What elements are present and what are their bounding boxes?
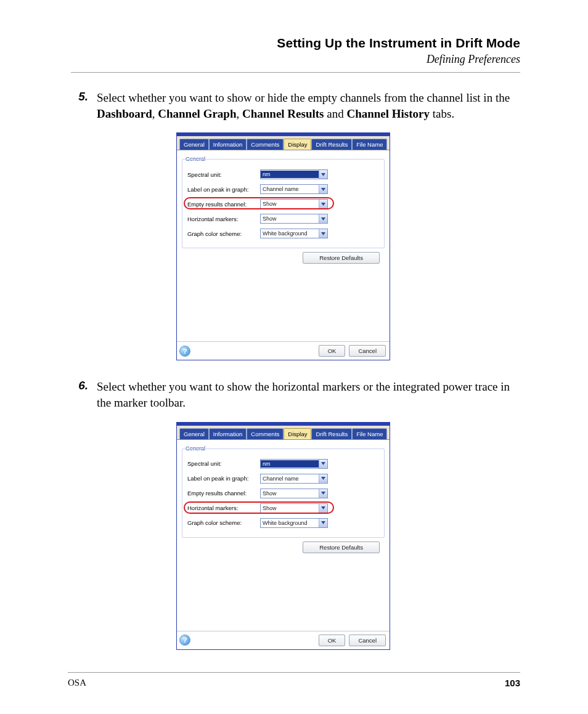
- page-number: 103: [505, 678, 520, 688]
- text: Select whether you want to show or hide …: [97, 91, 510, 104]
- help-icon[interactable]: [179, 346, 190, 357]
- label-horizontal-markers: Horizontal markers:: [187, 505, 260, 511]
- label-label-on-peak: Label on peak in graph:: [187, 475, 260, 482]
- preferences-dialog-shot-2: General Information Comments Display Dri…: [176, 422, 390, 650]
- bold-channel-results: Channel Results: [242, 107, 324, 120]
- combo-value: Show: [261, 490, 319, 497]
- bold-dashboard: Dashboard: [97, 107, 152, 120]
- chevron-down-icon[interactable]: [319, 170, 327, 179]
- step-number: 5.: [71, 90, 97, 121]
- page-header: Setting Up the Instrument in Drift Mode …: [71, 36, 520, 66]
- label-label-on-peak: Label on peak in graph:: [187, 186, 260, 193]
- restore-defaults-button[interactable]: Restore Defaults: [303, 252, 380, 264]
- combo-value: Show: [261, 215, 319, 222]
- dialog-footer: OK Cancel: [177, 631, 390, 649]
- label-graph-color-scheme: Graph color scheme:: [187, 519, 260, 526]
- help-icon[interactable]: [179, 635, 190, 646]
- ok-button[interactable]: OK: [319, 635, 346, 646]
- cancel-button[interactable]: Cancel: [349, 345, 386, 357]
- restore-row: Restore Defaults: [182, 248, 385, 264]
- svg-marker-3: [321, 217, 325, 221]
- tab-general[interactable]: General: [179, 139, 209, 150]
- restore-row: Restore Defaults: [182, 538, 385, 553]
- row-horizontal-markers: Horizontal markers: Show: [187, 501, 379, 515]
- tab-display[interactable]: Display: [284, 139, 311, 150]
- step-body: Select whether you want to show or hide …: [97, 90, 520, 121]
- footer-left: OSA: [68, 678, 86, 688]
- combo-graph-color-scheme[interactable]: White background: [260, 229, 328, 238]
- combo-empty-results-channel[interactable]: Show: [260, 199, 328, 209]
- chevron-down-icon[interactable]: [319, 519, 327, 527]
- display-panel: General Spectral unit: nm Label on peak …: [177, 440, 390, 557]
- ok-button[interactable]: OK: [319, 345, 346, 357]
- chevron-down-icon[interactable]: [319, 229, 327, 238]
- tab-file-name[interactable]: File Name: [352, 428, 387, 439]
- tab-comments[interactable]: Comments: [247, 428, 284, 439]
- combo-value: nm: [261, 460, 319, 468]
- tab-comments[interactable]: Comments: [247, 139, 284, 150]
- chevron-down-icon[interactable]: [319, 504, 327, 513]
- step-body: Select whether you want to show the hori…: [97, 379, 520, 410]
- tab-bar: General Information Comments Display Dri…: [177, 136, 390, 150]
- tab-display[interactable]: Display: [284, 428, 311, 439]
- combo-value: Show: [261, 200, 319, 208]
- chevron-down-icon[interactable]: [319, 214, 327, 223]
- combo-horizontal-markers[interactable]: Show: [260, 214, 328, 224]
- row-empty-results-channel: Empty results channel: Show: [187, 197, 379, 211]
- combo-value: Channel name: [261, 475, 319, 482]
- chevron-down-icon[interactable]: [319, 489, 327, 498]
- restore-defaults-button[interactable]: Restore Defaults: [303, 542, 380, 553]
- step-5: 5. Select whether you want to show or hi…: [71, 90, 520, 121]
- label-graph-color-scheme: Graph color scheme:: [187, 230, 260, 237]
- tab-information[interactable]: Information: [209, 428, 247, 439]
- chevron-down-icon[interactable]: [319, 460, 327, 468]
- header-divider: [71, 72, 520, 73]
- combo-graph-color-scheme[interactable]: White background: [260, 518, 328, 528]
- row-horizontal-markers: Horizontal markers: Show: [187, 212, 379, 225]
- svg-marker-5: [321, 462, 325, 465]
- combo-horizontal-markers[interactable]: Show: [260, 503, 328, 513]
- text: and: [324, 107, 346, 120]
- display-panel: General Spectral unit: nm Label on peak …: [177, 150, 390, 267]
- tab-drift-results[interactable]: Drift Results: [311, 428, 352, 439]
- svg-marker-8: [321, 506, 325, 509]
- combo-value: nm: [261, 171, 319, 178]
- step-6: 6. Select whether you want to show the h…: [71, 379, 520, 410]
- label-empty-results-channel: Empty results channel:: [187, 201, 260, 208]
- row-label-on-peak: Label on peak in graph: Channel name: [187, 472, 379, 485]
- svg-marker-2: [321, 203, 325, 206]
- section-subtitle: Defining Preferences: [71, 53, 520, 66]
- footer-divider: [68, 672, 520, 673]
- section-title: Setting Up the Instrument in Drift Mode: [71, 36, 520, 51]
- bold-channel-history: Channel History: [346, 107, 430, 120]
- svg-marker-1: [321, 188, 325, 191]
- label-empty-results-channel: Empty results channel:: [187, 490, 260, 497]
- combo-spectral-unit[interactable]: nm: [260, 169, 328, 179]
- combo-value: White background: [261, 519, 319, 527]
- blank-area: [177, 557, 390, 631]
- chevron-down-icon[interactable]: [319, 200, 327, 208]
- combo-label-on-peak[interactable]: Channel name: [260, 474, 328, 484]
- chevron-down-icon[interactable]: [319, 474, 327, 483]
- svg-marker-0: [321, 173, 325, 176]
- svg-marker-9: [321, 521, 325, 524]
- bold-channel-graph: Channel Graph: [158, 107, 236, 120]
- cancel-button[interactable]: Cancel: [349, 635, 386, 646]
- general-fieldset: Spectral unit: nm Label on peak in graph…: [182, 448, 385, 538]
- blank-area: [177, 267, 390, 341]
- label-horizontal-markers: Horizontal markers:: [187, 216, 260, 222]
- preferences-dialog-shot-1: General Information Comments Display Dri…: [176, 132, 390, 360]
- combo-empty-results-channel[interactable]: Show: [260, 489, 328, 498]
- tab-information[interactable]: Information: [209, 139, 247, 150]
- row-empty-results-channel: Empty results channel: Show: [187, 487, 379, 500]
- chevron-down-icon[interactable]: [319, 185, 327, 193]
- svg-marker-7: [321, 492, 325, 495]
- combo-label-on-peak[interactable]: Channel name: [260, 184, 328, 194]
- tab-drift-results[interactable]: Drift Results: [311, 139, 352, 150]
- dialog-footer: OK Cancel: [177, 341, 390, 360]
- combo-value: White background: [261, 230, 319, 237]
- tab-file-name[interactable]: File Name: [352, 139, 387, 150]
- combo-spectral-unit[interactable]: nm: [260, 459, 328, 469]
- tab-general[interactable]: General: [179, 428, 209, 439]
- page-footer: OSA 103: [68, 672, 520, 688]
